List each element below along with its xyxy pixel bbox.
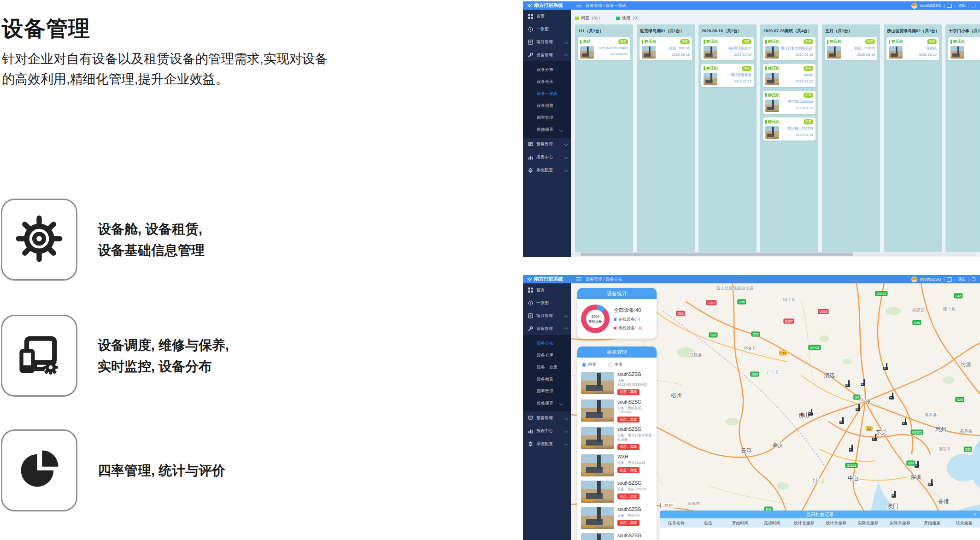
horizontal-scrollbar[interactable]: ‹: [575, 252, 976, 256]
monitor-icon[interactable]: [947, 277, 952, 282]
fullscreen-icon[interactable]: [972, 4, 975, 7]
sidebar-item[interactable]: 项目管理: [523, 35, 571, 48]
sidebar-item[interactable]: 系统配置: [523, 164, 571, 176]
device-list-item[interactable]: southSZSG 设备：S163A3126335462 状态：离线: [581, 372, 653, 395]
radio-icon[interactable]: [582, 363, 586, 367]
hamburger-icon[interactable]: [576, 4, 581, 5]
sidebar-item-label: 项目管理: [536, 39, 553, 45]
equipment-card[interactable]: 静压机 闲置 数字施工266328 2020-01-15: [763, 117, 816, 141]
equipment-card[interactable]: 静压机 闲置 app测试桩机02 2019-12-02: [701, 37, 754, 60]
radio-icon[interactable]: [608, 363, 612, 367]
screenshot-equipment-map: 南方打桩系统 设备管理 / 设备分布 southSZSG | | 退出 |: [523, 275, 980, 540]
submenu-item[interactable]: 维修保养: [523, 123, 571, 135]
device-name: 设备：我的桩机_292144: [617, 406, 653, 414]
report-icon: [528, 428, 533, 434]
submenu-item[interactable]: 四率管理: [523, 112, 571, 123]
radio-option[interactable]: 闲置: [582, 362, 596, 368]
equipment-date: 2020-03-05: [781, 53, 813, 57]
submenu-item[interactable]: 设备分布: [523, 64, 571, 76]
app-brand[interactable]: 南方打桩系统: [523, 276, 571, 282]
submenu-item[interactable]: 设备仓库: [523, 349, 571, 361]
device-list-item[interactable]: southSZSG 设备：我的桩机_292144 状态：离线: [581, 399, 653, 423]
submenu-item[interactable]: 设备仓库: [523, 76, 571, 88]
road-badge: G55: [751, 332, 760, 337]
pile-driver-marker[interactable]: [839, 417, 845, 426]
sidebar-item[interactable]: 系统配置: [523, 437, 571, 450]
sidebar-item[interactable]: 预警管理: [523, 138, 571, 151]
equipment-name: S163A3126335482: [596, 46, 628, 50]
pile-driver-marker[interactable]: [860, 379, 866, 388]
equipment-card[interactable]: 静压机 闲置: [948, 37, 980, 60]
sidebar-item[interactable]: 首页: [523, 283, 571, 296]
collapse-icon[interactable]: «: [971, 513, 979, 516]
district-label: 广宁县: [767, 370, 780, 376]
device-list-item[interactable]: southSZSG 设备：: [581, 533, 653, 540]
equipment-card[interactable]: 静压机 闲置 2号桩机 2020-06-10: [886, 37, 939, 60]
map-canvas[interactable]: 贺州清远河源梧州广州佛山东莞惠州肇庆云浮江门中山深圳香港澳门 钟山县连山壮族瑶族…: [571, 283, 980, 540]
sidebar-item-label: 一张图: [536, 300, 549, 306]
feature-text: 四率管理, 统计与评价: [98, 460, 225, 481]
equipment-card[interactable]: 静压机 闲置 南方打桩示例桩机设备 2020-03-05: [763, 37, 816, 60]
sidebar-item[interactable]: 项目管理: [523, 309, 571, 322]
device-list-item[interactable]: southSZSG 设备：南方打桩示例桩机设备 状态：离线: [581, 427, 653, 450]
submenu-item[interactable]: 设备分布: [523, 337, 571, 349]
submenu-item[interactable]: 设备租赁: [523, 100, 571, 112]
table-column-header: 结束偏差: [948, 520, 980, 526]
pile-driver-marker[interactable]: [808, 409, 813, 418]
sidebar-item[interactable]: 预警管理: [523, 411, 571, 424]
pile-driver-marker[interactable]: [889, 393, 894, 402]
pile-driver-marker[interactable]: [902, 418, 907, 428]
equipment-card[interactable]: 基站 闲置 S163A3126335482 2020-06-03: [578, 37, 630, 60]
equipment-card[interactable]: 静压机 闲置 桩机_303195 2020-05-18: [640, 37, 692, 60]
table-column-header: 开始偏差: [916, 520, 948, 526]
sidebar-item[interactable]: 设备管理: [523, 48, 571, 61]
pile-driver-marker[interactable]: [928, 479, 933, 488]
logout-button[interactable]: 退出: [958, 3, 966, 9]
device-list-item[interactable]: southSZSG 设备：桩机326085 状态：离线: [581, 481, 653, 503]
kanban-column: 世贸绿岛湖01（共1台） 静压机 闲置: [637, 24, 695, 252]
pile-driver-marker[interactable]: [914, 461, 920, 470]
sidebar-item[interactable]: 一张图: [523, 23, 571, 35]
hamburger-icon[interactable]: [576, 277, 581, 278]
pile-driver-marker[interactable]: [872, 434, 877, 443]
app-brand[interactable]: 南方打桩系统: [523, 2, 571, 9]
sidebar-item[interactable]: 一张图: [523, 296, 571, 309]
pile-driver-marker[interactable]: [891, 491, 897, 500]
device-list-item[interactable]: WXH 设备：天为1100吨 状态：离线: [581, 454, 653, 476]
fullscreen-icon[interactable]: [972, 277, 975, 281]
pile-driver-marker[interactable]: [848, 445, 854, 454]
device-owner: southSZSG: [617, 533, 653, 538]
sidebar-item[interactable]: 首页: [523, 10, 571, 23]
pile-driver-marker[interactable]: [883, 363, 888, 372]
equipment-card[interactable]: 静压机 闲置 600吨 2020-03-02: [763, 64, 816, 87]
equipment-date: 2020-06-03: [596, 52, 628, 56]
road-badge: G2518: [845, 463, 857, 468]
sidebar-item[interactable]: 报表中心: [523, 151, 571, 164]
radio-option[interactable]: 使用: [608, 362, 622, 368]
equipment-card[interactable]: 静压机 闲置 桩机_333035 2020-08-19: [825, 37, 877, 60]
submenu-item[interactable]: 四率管理: [523, 385, 571, 397]
sidebar-item[interactable]: 设备管理: [523, 322, 571, 335]
equipment-card[interactable]: 静压机 闲置 测试设备数据 2019-07-12: [701, 64, 754, 87]
logout-button[interactable]: 退出: [958, 276, 966, 282]
sidebar-item-label: 项目管理: [536, 313, 553, 319]
road-badge: G107: [783, 319, 794, 324]
submenu-item[interactable]: 设备一览表: [523, 361, 571, 373]
sidebar-item[interactable]: 报表中心: [523, 424, 571, 437]
avatar[interactable]: [911, 3, 917, 9]
scrollbar-thumb[interactable]: [581, 252, 853, 256]
pile-machine-panel: 桩机管理 闲置 使用: [577, 346, 657, 540]
equipment-card[interactable]: 静压机 闲置 数字施工200116 2020-01-16: [763, 91, 816, 114]
submenu-item[interactable]: 设备租赁: [523, 373, 571, 385]
submenu-item[interactable]: 设备一览表: [523, 88, 571, 100]
pile-driver-marker[interactable]: [845, 380, 851, 389]
avatar[interactable]: [911, 276, 917, 282]
pile-driver-marker[interactable]: [855, 404, 861, 413]
city-label: 梧州: [671, 392, 682, 399]
home-icon: [528, 288, 533, 293]
monitor-icon[interactable]: [947, 4, 952, 8]
submenu-item[interactable]: 维修保养: [523, 397, 571, 409]
daily-piling-table: 当日打桩记录 « 任务名称桩位开始时间完成时间设计北坐标设计东坐标实际北坐标实际…: [660, 511, 980, 540]
device-list-item[interactable]: southSZSG 设备：桩机3号 状态：离线: [581, 507, 653, 529]
offline-swatch: [614, 327, 616, 329]
